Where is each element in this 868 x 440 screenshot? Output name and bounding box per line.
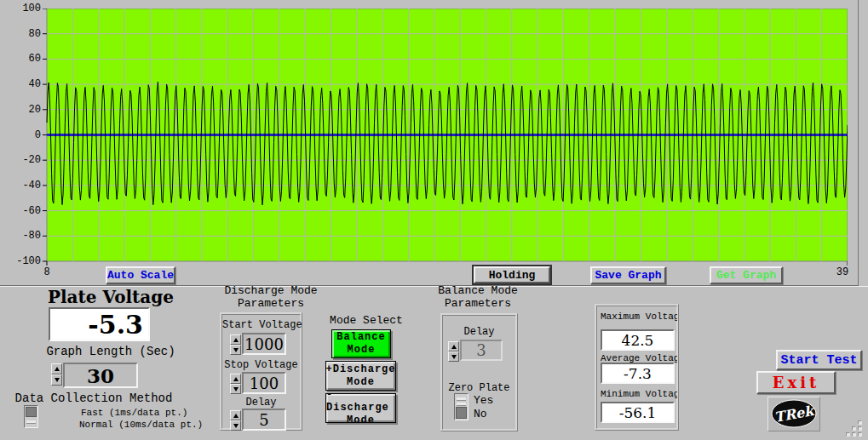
start-voltage-value: 1000	[244, 335, 284, 353]
waveform-plot	[43, 9, 848, 266]
start-test-label: Start Test	[780, 353, 857, 368]
y-axis-tick-label: 60	[10, 53, 41, 65]
chart-panel: 100806040200-20-40-60-80-100 8 39 Auto S…	[0, 0, 859, 286]
pos-discharge-label-line1: +Discharge	[326, 363, 396, 376]
arrow-down-icon	[451, 355, 457, 359]
graph-length-decrement-button[interactable]	[51, 374, 62, 386]
y-axis-tick-label: 20	[10, 104, 41, 116]
y-axis-tick-label: -20	[10, 154, 41, 166]
balance-delay-input[interactable]: 3	[460, 340, 503, 361]
y-axis-tick-label: 40	[10, 78, 41, 90]
discharge-delay-increment-button[interactable]	[230, 410, 241, 420]
y-axis-tick-label: -100	[10, 255, 41, 267]
balance-title-line1: Balance Mode	[430, 284, 526, 297]
data-collection-switch[interactable]	[24, 405, 38, 428]
arrow-down-icon	[55, 378, 60, 382]
balance-title-line2: Parameters	[430, 297, 526, 310]
arrow-up-icon	[233, 414, 239, 418]
discharge-delay-input[interactable]: 5	[242, 409, 286, 431]
x-axis-start-label: 8	[40, 266, 54, 278]
voltage-readouts-panel: Maximum Voltage 42.5 Average Voltag -7.3…	[595, 304, 679, 431]
maximum-voltage-value: 42.5	[622, 332, 654, 349]
trek-logo: TRek	[767, 397, 820, 431]
balance-delay-label: Delay	[443, 326, 515, 338]
stop-voltage-decrement-button[interactable]	[230, 384, 241, 394]
discharge-delay-decrement-button[interactable]	[230, 420, 241, 431]
get-graph-button[interactable]: Get Graph	[710, 266, 783, 284]
plate-voltage-title: Plate Voltage	[34, 287, 187, 307]
auto-scale-label: Auto Scale	[107, 269, 174, 282]
balance-parameters-panel: Delay 3 Zero Plate Yes No	[440, 313, 518, 431]
arrow-down-icon	[233, 348, 239, 352]
discharge-title-line2: Parameters	[220, 297, 322, 310]
start-voltage-label: Start Voltage	[222, 319, 300, 331]
stop-voltage-input[interactable]: 100	[242, 372, 286, 394]
balance-delay-increment-button[interactable]	[448, 341, 459, 351]
switch-handle[interactable]	[26, 407, 37, 417]
stop-voltage-increment-button[interactable]	[230, 374, 241, 384]
balance-delay-value: 3	[476, 341, 486, 359]
arrow-up-icon	[233, 338, 239, 342]
save-graph-button[interactable]: Save Graph	[590, 266, 666, 284]
discharge-parameters-panel: Start Voltage 1000 Stop Voltage 100 Dela…	[220, 312, 302, 431]
balance-delay-decrement-button[interactable]	[448, 351, 459, 362]
y-axis-tick-label: 80	[10, 28, 41, 40]
auto-scale-button[interactable]: Auto Scale	[106, 266, 175, 284]
y-axis-tick-label: 0	[10, 129, 41, 141]
graph-length-spinner-arrows	[51, 363, 62, 386]
x-axis-end-label: 39	[831, 266, 854, 278]
switch-handle[interactable]	[456, 407, 467, 419]
pos-discharge-label-line2: Mode	[347, 376, 375, 389]
graph-length-input[interactable]: 30	[63, 363, 138, 388]
mode-select-label: Mode Select	[328, 314, 405, 327]
y-axis-tick-label: -80	[10, 230, 41, 242]
zero-plate-switch[interactable]	[454, 393, 468, 420]
discharge-delay-label: Delay	[222, 397, 300, 409]
mode-button-negative-discharge[interactable]: -Discharge Mode	[325, 393, 396, 423]
minimum-voltage-label: Minimum Voltag	[601, 389, 677, 399]
arrow-up-icon	[55, 367, 60, 371]
start-voltage-input[interactable]: 1000	[242, 333, 286, 355]
data-collection-option-fast: Fast (1ms/data pt.)	[81, 408, 187, 418]
start-test-button[interactable]: Start Test	[776, 350, 862, 370]
minimum-voltage-value: -56.1	[619, 404, 657, 421]
average-voltage-display: -7.3	[601, 363, 675, 384]
graph-length-value: 30	[87, 364, 114, 387]
exit-button[interactable]: Exit	[756, 371, 836, 394]
discharge-delay-value: 5	[259, 411, 268, 429]
zero-plate-label: Zero Plate	[443, 382, 515, 394]
balance-mode-label-line1: Balance	[336, 331, 385, 344]
y-axis-tick-label: 100	[10, 3, 41, 14]
switch-ridge	[457, 403, 466, 406]
graph-length-increment-button[interactable]	[51, 363, 62, 374]
maximum-voltage-display: 42.5	[601, 329, 675, 351]
switch-ridge	[457, 397, 466, 401]
holding-indicator-frame: Holding	[472, 265, 552, 285]
y-axis: 100806040200-20-40-60-80-100	[9, 0, 41, 285]
mode-button-positive-discharge[interactable]: +Discharge Mode	[325, 361, 396, 391]
average-voltage-value: -7.3	[624, 365, 652, 382]
start-voltage-decrement-button[interactable]	[230, 345, 241, 355]
zero-plate-option-no: No	[474, 408, 487, 420]
y-axis-tick-label: -40	[10, 180, 41, 191]
graph-length-label: Graph Length (Sec)	[34, 345, 187, 358]
minimum-voltage-display: -56.1	[601, 402, 675, 423]
zero-plate-option-yes: Yes	[474, 394, 493, 407]
start-voltage-increment-button[interactable]	[230, 334, 241, 345]
balance-mode-label-line2: Mode	[348, 344, 376, 357]
holding-label: Holding	[489, 269, 536, 282]
get-graph-label: Get Graph	[716, 269, 776, 282]
plate-voltage-display: -5.3	[49, 307, 150, 341]
switch-ridge	[26, 420, 36, 424]
holding-button[interactable]: Holding	[474, 266, 550, 283]
mode-button-balance[interactable]: Balance Mode	[331, 329, 391, 358]
trek-logo-image: TRek	[768, 397, 819, 431]
arrow-down-icon	[233, 424, 239, 428]
stop-voltage-label: Stop Voltage	[222, 359, 300, 371]
y-axis-tick-label: -60	[10, 205, 41, 217]
save-graph-label: Save Graph	[595, 269, 661, 282]
data-collection-option-normal: Normal (10ms/data pt.)	[79, 420, 203, 430]
stop-voltage-value: 100	[250, 374, 279, 392]
trek-esvm-app-window: 100806040200-20-40-60-80-100 8 39 Auto S…	[0, 0, 868, 440]
neg-discharge-label-line1: -Discharge	[326, 389, 395, 414]
